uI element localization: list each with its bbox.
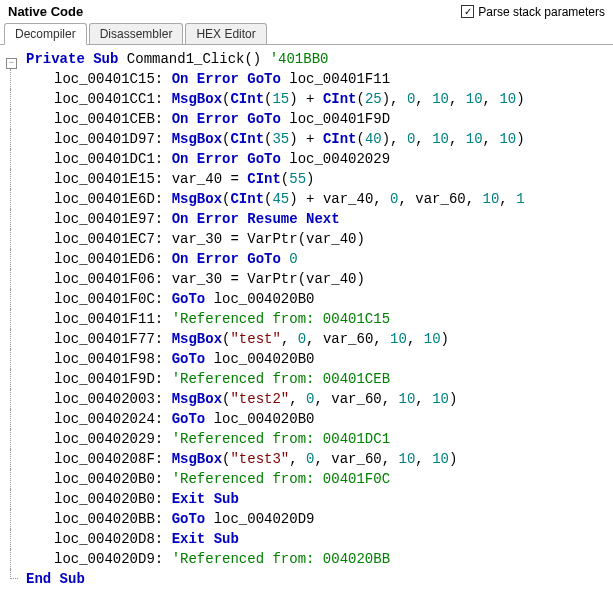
gutter xyxy=(6,249,26,269)
code-line[interactable]: loc_0040208F: MsgBox("test3", 0, var_60,… xyxy=(6,449,613,469)
code-line[interactable]: loc_004020D8: Exit Sub xyxy=(6,529,613,549)
gutter xyxy=(6,149,26,169)
gutter xyxy=(6,389,26,409)
collapse-icon[interactable]: − xyxy=(6,58,17,69)
code-text: loc_004020BB: GoTo loc_004020D9 xyxy=(26,509,613,529)
gutter xyxy=(6,109,26,129)
gutter xyxy=(6,509,26,529)
code-text: loc_00401CEB: On Error GoTo loc_00401F9D xyxy=(26,109,613,129)
tab-bar: Decompiler Disassembler HEX Editor xyxy=(0,23,613,45)
code-line[interactable]: loc_00401F0C: GoTo loc_004020B0 xyxy=(6,289,613,309)
code-line[interactable]: loc_00401E97: On Error Resume Next xyxy=(6,209,613,229)
code-line[interactable]: End Sub xyxy=(6,569,613,589)
checkbox-label: Parse stack parameters xyxy=(478,5,605,19)
code-text: loc_0040208F: MsgBox("test3", 0, var_60,… xyxy=(26,449,613,469)
code-line[interactable]: loc_00401E15: var_40 = CInt(55) xyxy=(6,169,613,189)
gutter xyxy=(6,549,26,569)
code-line[interactable]: loc_004020D9: 'Referenced from: 004020BB xyxy=(6,549,613,569)
gutter xyxy=(6,129,26,149)
gutter xyxy=(6,489,26,509)
code-line[interactable]: loc_00401F11: 'Referenced from: 00401C15 xyxy=(6,309,613,329)
gutter xyxy=(6,289,26,309)
code-text: loc_00402024: GoTo loc_004020B0 xyxy=(26,409,613,429)
tab-hex-editor[interactable]: HEX Editor xyxy=(185,23,266,44)
code-line[interactable]: loc_00401D97: MsgBox(CInt(35) + CInt(40)… xyxy=(6,129,613,149)
code-line[interactable]: loc_00402029: 'Referenced from: 00401DC1 xyxy=(6,429,613,449)
code-line[interactable]: loc_00401CC1: MsgBox(CInt(15) + CInt(25)… xyxy=(6,89,613,109)
code-line[interactable]: loc_00402003: MsgBox("test2", 0, var_60,… xyxy=(6,389,613,409)
gutter xyxy=(6,469,26,489)
gutter xyxy=(6,229,26,249)
tab-disassembler[interactable]: Disassembler xyxy=(89,23,184,44)
code-line[interactable]: loc_00401C15: On Error GoTo loc_00401F11 xyxy=(6,69,613,89)
code-text: loc_00401F98: GoTo loc_004020B0 xyxy=(26,349,613,369)
code-line[interactable]: loc_004020BB: GoTo loc_004020D9 xyxy=(6,509,613,529)
code-text: loc_004020B0: Exit Sub xyxy=(26,489,613,509)
code-text: loc_00402003: MsgBox("test2", 0, var_60,… xyxy=(26,389,613,409)
code-line[interactable]: −Private Sub Command1_Click() '401BB0 xyxy=(6,49,613,69)
code-line[interactable]: loc_00401E6D: MsgBox(CInt(45) + var_40, … xyxy=(6,189,613,209)
code-text: loc_00401D97: MsgBox(CInt(35) + CInt(40)… xyxy=(26,129,613,149)
gutter xyxy=(6,349,26,369)
code-line[interactable]: loc_00402024: GoTo loc_004020B0 xyxy=(6,409,613,429)
code-text: loc_00401F9D: 'Referenced from: 00401CEB xyxy=(26,369,613,389)
code-text: loc_00401EC7: var_30 = VarPtr(var_40) xyxy=(26,229,613,249)
code-line[interactable]: loc_00401ED6: On Error GoTo 0 xyxy=(6,249,613,269)
code-view[interactable]: −Private Sub Command1_Click() '401BB0loc… xyxy=(0,45,613,593)
gutter: − xyxy=(6,49,26,69)
code-line[interactable]: loc_004020B0: 'Referenced from: 00401F0C xyxy=(6,469,613,489)
gutter xyxy=(6,529,26,549)
code-line[interactable]: loc_004020B0: Exit Sub xyxy=(6,489,613,509)
gutter xyxy=(6,449,26,469)
code-line[interactable]: loc_00401F9D: 'Referenced from: 00401CEB xyxy=(6,369,613,389)
code-line[interactable]: loc_00401EC7: var_30 = VarPtr(var_40) xyxy=(6,229,613,249)
gutter xyxy=(6,329,26,349)
page-title: Native Code xyxy=(8,4,83,19)
gutter xyxy=(6,569,26,589)
code-text: loc_00401C15: On Error GoTo loc_00401F11 xyxy=(26,69,613,89)
gutter xyxy=(6,69,26,89)
code-line[interactable]: loc_00401F06: var_30 = VarPtr(var_40) xyxy=(6,269,613,289)
gutter xyxy=(6,429,26,449)
gutter xyxy=(6,169,26,189)
code-text: loc_00401F06: var_30 = VarPtr(var_40) xyxy=(26,269,613,289)
code-text: loc_00402029: 'Referenced from: 00401DC1 xyxy=(26,429,613,449)
code-text: loc_00401E15: var_40 = CInt(55) xyxy=(26,169,613,189)
header-bar: Native Code ✓ Parse stack parameters xyxy=(0,0,613,21)
code-text: loc_00401E6D: MsgBox(CInt(45) + var_40, … xyxy=(26,189,613,209)
gutter xyxy=(6,369,26,389)
code-text: loc_00401E97: On Error Resume Next xyxy=(26,209,613,229)
tab-decompiler[interactable]: Decompiler xyxy=(4,23,87,45)
code-text: loc_00401F0C: GoTo loc_004020B0 xyxy=(26,289,613,309)
code-line[interactable]: loc_00401F98: GoTo loc_004020B0 xyxy=(6,349,613,369)
gutter xyxy=(6,189,26,209)
gutter xyxy=(6,409,26,429)
code-text: End Sub xyxy=(26,569,613,589)
gutter xyxy=(6,209,26,229)
code-text: loc_00401CC1: MsgBox(CInt(15) + CInt(25)… xyxy=(26,89,613,109)
code-text: loc_004020D9: 'Referenced from: 004020BB xyxy=(26,549,613,569)
gutter xyxy=(6,269,26,289)
gutter xyxy=(6,89,26,109)
gutter xyxy=(6,309,26,329)
checkbox-icon: ✓ xyxy=(461,5,474,18)
code-text: loc_004020D8: Exit Sub xyxy=(26,529,613,549)
code-text: loc_00401ED6: On Error GoTo 0 xyxy=(26,249,613,269)
code-line[interactable]: loc_00401DC1: On Error GoTo loc_00402029 xyxy=(6,149,613,169)
code-line[interactable]: loc_00401CEB: On Error GoTo loc_00401F9D xyxy=(6,109,613,129)
code-text: loc_00401F11: 'Referenced from: 00401C15 xyxy=(26,309,613,329)
code-text: loc_004020B0: 'Referenced from: 00401F0C xyxy=(26,469,613,489)
code-line[interactable]: loc_00401F77: MsgBox("test", 0, var_60, … xyxy=(6,329,613,349)
code-text: Private Sub Command1_Click() '401BB0 xyxy=(26,49,613,69)
code-text: loc_00401F77: MsgBox("test", 0, var_60, … xyxy=(26,329,613,349)
code-text: loc_00401DC1: On Error GoTo loc_00402029 xyxy=(26,149,613,169)
parse-stack-checkbox[interactable]: ✓ Parse stack parameters xyxy=(461,5,605,19)
